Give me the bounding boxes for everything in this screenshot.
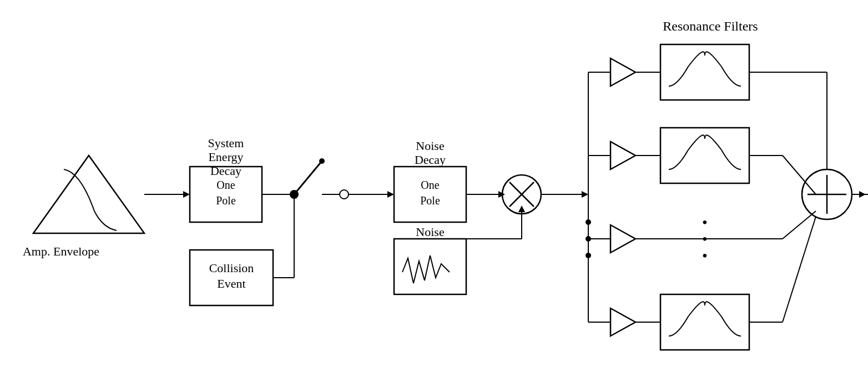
svg-text:Pole: Pole (216, 194, 236, 207)
svg-text:Event: Event (217, 277, 245, 290)
one-pole-2-label: One (421, 179, 439, 191)
svg-point-49 (586, 253, 591, 258)
svg-text:Decay: Decay (415, 153, 446, 167)
amp-envelope-label: Amp. Envelope (23, 244, 99, 258)
one-pole-1-label: One (216, 179, 235, 191)
svg-text:Energy: Energy (208, 150, 243, 164)
collision-event-label: Collision (209, 261, 254, 275)
noise-decay-label: Noise (416, 139, 444, 153)
svg-text:Decay: Decay (210, 164, 241, 178)
noise-label: Noise (416, 225, 444, 239)
svg-point-11 (319, 158, 325, 164)
svg-text:Pole: Pole (420, 194, 440, 207)
signal-flow-diagram: Amp. Envelope One Pole System Energy Dec… (0, 0, 868, 371)
resonance-filters-label: Resonance Filters (663, 19, 758, 33)
svg-point-47 (586, 219, 591, 225)
svg-text:•: • (702, 247, 708, 264)
system-energy-decay-label: System (208, 136, 244, 150)
dots-label: • (702, 214, 708, 231)
